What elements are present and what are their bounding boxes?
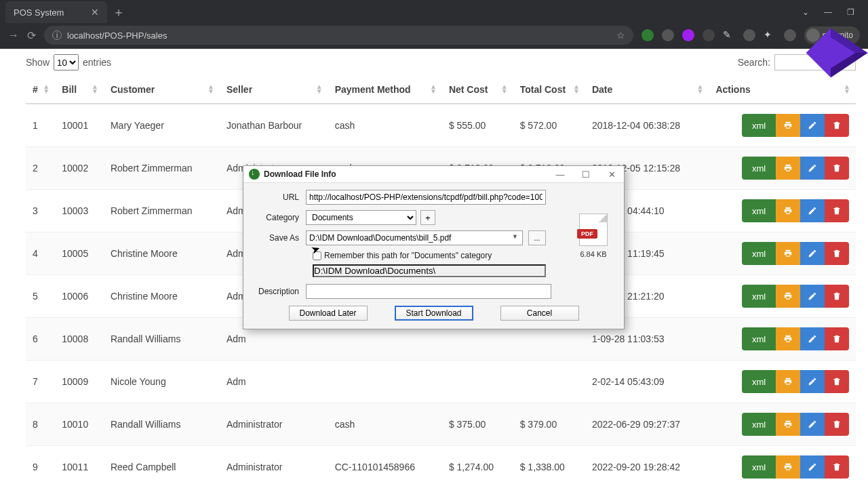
dialog-title: Download File Info <box>264 169 336 179</box>
delete-button[interactable] <box>825 114 849 137</box>
edit-button[interactable] <box>800 199 825 222</box>
incognito-badge[interactable]: ncognito <box>804 26 860 44</box>
cell-net <box>442 361 513 403</box>
edit-button[interactable] <box>800 242 825 265</box>
cell-n: 7 <box>26 361 55 403</box>
delete-button[interactable] <box>825 157 849 180</box>
edit-button[interactable] <box>800 413 825 436</box>
category-select[interactable]: Documents <box>306 210 416 225</box>
ext-icon-2[interactable] <box>662 29 674 41</box>
xml-button[interactable]: xml <box>742 199 776 222</box>
cell-customer: Christine Moore <box>104 275 220 318</box>
site-info-icon[interactable]: i <box>52 30 62 40</box>
xml-button[interactable]: xml <box>742 455 776 479</box>
url-input[interactable] <box>306 190 546 205</box>
ext-pen-icon[interactable]: ✎ <box>723 29 735 41</box>
cell-customer: Robert Zimmerman <box>104 190 220 232</box>
cell-n: 4 <box>26 232 55 275</box>
cell-n: 3 <box>26 190 55 232</box>
delete-button[interactable] <box>825 370 849 393</box>
cell-actions: xml <box>709 147 856 190</box>
remember-path-input[interactable] <box>313 264 546 277</box>
print-button[interactable] <box>776 327 800 350</box>
cell-customer: Mary Yaeger <box>104 104 220 147</box>
col-payment[interactable]: Payment Method▲▼ <box>328 76 442 104</box>
col-num[interactable]: #▲▼ <box>26 76 55 104</box>
print-button[interactable] <box>776 455 800 479</box>
print-button[interactable] <box>776 114 800 137</box>
delete-button[interactable] <box>825 455 849 479</box>
file-size: 6.84 KB <box>579 250 608 258</box>
search-input[interactable] <box>774 54 856 70</box>
new-tab-button[interactable]: ＋ <box>113 4 125 20</box>
remember-path-checkbox[interactable] <box>313 251 321 260</box>
cell-n: 5 <box>26 275 55 318</box>
cell-net: $ 1,274.00 <box>442 446 513 489</box>
xml-button[interactable]: xml <box>742 114 776 137</box>
xml-button[interactable]: xml <box>742 242 776 265</box>
page-size-select[interactable]: 10 <box>54 54 79 70</box>
print-button[interactable] <box>776 285 800 308</box>
print-button[interactable] <box>776 370 800 393</box>
edit-button[interactable] <box>800 455 825 479</box>
delete-button[interactable] <box>825 327 849 350</box>
col-net[interactable]: Net Cost▲▼ <box>442 76 513 104</box>
xml-button[interactable]: xml <box>742 327 776 350</box>
col-total[interactable]: Total Cost▲▼ <box>513 76 585 104</box>
window-minimize-icon[interactable]: — <box>824 7 832 17</box>
cell-seller: Administrator <box>220 403 328 446</box>
ext-icon-3[interactable] <box>682 29 694 41</box>
edit-button[interactable] <box>800 114 825 137</box>
nav-reload-icon[interactable]: ⟳ <box>27 29 36 42</box>
download-later-button[interactable]: Download Later <box>289 306 368 321</box>
incognito-avatar-icon <box>806 28 820 42</box>
col-date[interactable]: Date▲▼ <box>585 76 709 104</box>
address-bar[interactable]: i localhost/POS-PHP/sales ☆ <box>44 26 633 45</box>
browse-button[interactable]: ... <box>528 230 546 245</box>
tab-close-icon[interactable]: ✕ <box>91 7 99 18</box>
xml-button[interactable]: xml <box>742 413 776 436</box>
dialog-minimize-icon[interactable]: — <box>553 169 567 180</box>
print-button[interactable] <box>776 413 800 436</box>
delete-button[interactable] <box>825 199 849 222</box>
col-seller[interactable]: Seller▲▼ <box>220 76 328 104</box>
ext-icon-4[interactable] <box>703 29 715 41</box>
window-maximize-icon[interactable]: ❐ <box>847 7 854 17</box>
col-bill[interactable]: Bill▲▼ <box>55 76 104 104</box>
delete-button[interactable] <box>825 413 849 436</box>
ext-icon-6[interactable] <box>784 29 796 41</box>
dialog-close-icon[interactable]: ✕ <box>605 169 618 180</box>
nav-back-icon[interactable]: → <box>8 29 19 41</box>
add-category-button[interactable]: + <box>420 210 435 225</box>
print-button[interactable] <box>776 199 800 222</box>
ext-puzzle-icon[interactable]: ✦ <box>764 29 776 41</box>
print-button[interactable] <box>776 242 800 265</box>
col-customer[interactable]: Customer▲▼ <box>104 76 220 104</box>
bookmark-star-icon[interactable]: ☆ <box>616 30 625 41</box>
cell-n: 6 <box>26 318 55 361</box>
browser-tab[interactable]: POS System ✕ <box>5 1 107 23</box>
dialog-maximize-icon[interactable]: ☐ <box>579 169 593 180</box>
ext-icon-5[interactable] <box>743 29 755 41</box>
cell-payment: cash <box>328 403 442 446</box>
ext-icon-1[interactable] <box>642 29 654 41</box>
saveas-label: Save As <box>254 233 306 243</box>
saveas-input[interactable] <box>306 230 523 245</box>
cell-date: 2022-09-20 19:28:42 <box>585 446 709 489</box>
cancel-button[interactable]: Cancel <box>500 306 579 321</box>
edit-button[interactable] <box>800 285 825 308</box>
cell-actions: xml <box>709 190 856 232</box>
edit-button[interactable] <box>800 157 825 180</box>
print-button[interactable] <box>776 157 800 180</box>
xml-button[interactable]: xml <box>742 285 776 308</box>
description-input[interactable] <box>306 284 551 299</box>
xml-button[interactable]: xml <box>742 370 776 393</box>
xml-button[interactable]: xml <box>742 157 776 180</box>
edit-button[interactable] <box>800 370 825 393</box>
window-chevron-icon[interactable]: ⌄ <box>802 7 809 17</box>
delete-button[interactable] <box>825 285 849 308</box>
cell-actions: xml <box>709 232 856 275</box>
edit-button[interactable] <box>800 327 825 350</box>
start-download-button[interactable]: Start Download <box>395 306 473 321</box>
delete-button[interactable] <box>825 242 849 265</box>
